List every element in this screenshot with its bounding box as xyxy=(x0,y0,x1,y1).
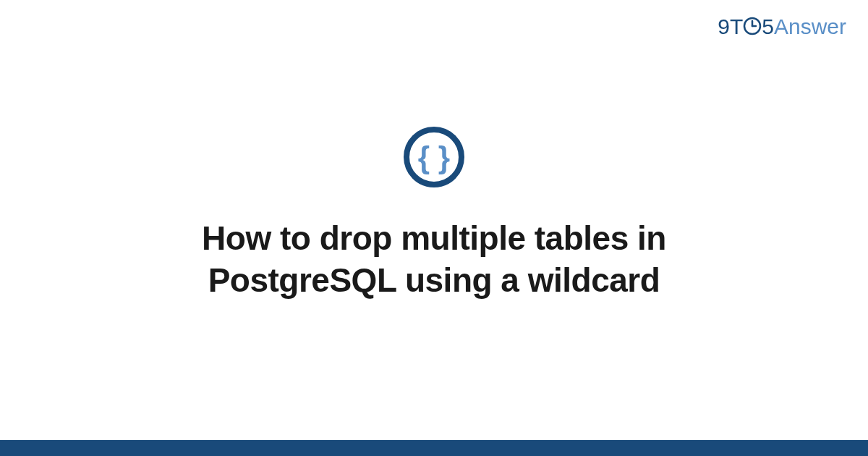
page-title: How to drop multiple tables in PostgreSQ… xyxy=(109,218,760,301)
svg-text:{ }: { } xyxy=(418,140,450,174)
code-braces-icon: { } xyxy=(401,124,467,193)
footer-bar xyxy=(0,440,868,456)
main-content: { } How to drop multiple tables in Postg… xyxy=(0,0,868,440)
